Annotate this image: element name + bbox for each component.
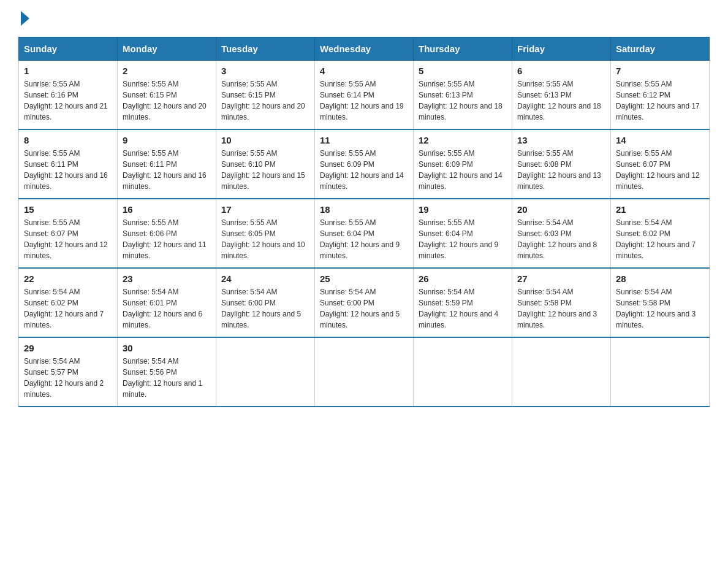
weekday-header-friday: Friday — [512, 37, 611, 61]
day-info: Sunrise: 5:55 AMSunset: 6:13 PMDaylight:… — [419, 79, 507, 123]
logo — [18, 12, 29, 26]
day-info: Sunrise: 5:55 AMSunset: 6:09 PMDaylight:… — [419, 148, 507, 192]
day-info: Sunrise: 5:54 AMSunset: 6:00 PMDaylight:… — [320, 286, 408, 331]
calendar-cell: 12 Sunrise: 5:55 AMSunset: 6:09 PMDaylig… — [414, 129, 512, 199]
calendar-cell — [611, 337, 710, 407]
day-number: 19 — [419, 204, 507, 215]
logo-arrow-icon — [21, 11, 29, 26]
calendar-cell: 7 Sunrise: 5:55 AMSunset: 6:12 PMDayligh… — [611, 61, 710, 130]
day-info: Sunrise: 5:55 AMSunset: 6:14 PMDaylight:… — [320, 79, 408, 123]
day-info: Sunrise: 5:54 AMSunset: 5:56 PMDaylight:… — [123, 356, 211, 400]
calendar-cell: 5 Sunrise: 5:55 AMSunset: 6:13 PMDayligh… — [414, 61, 512, 130]
day-info: Sunrise: 5:54 AMSunset: 6:00 PMDaylight:… — [221, 286, 309, 331]
day-number: 22 — [24, 274, 112, 284]
day-number: 7 — [616, 66, 704, 76]
day-number: 16 — [123, 204, 211, 215]
day-info: Sunrise: 5:54 AMSunset: 5:57 PMDaylight:… — [24, 356, 112, 400]
week-row-1: 1 Sunrise: 5:55 AMSunset: 6:16 PMDayligh… — [19, 61, 710, 130]
calendar-cell: 11 Sunrise: 5:55 AMSunset: 6:09 PMDaylig… — [315, 129, 414, 199]
calendar-table: SundayMondayTuesdayWednesdayThursdayFrid… — [18, 37, 710, 407]
day-number: 18 — [320, 204, 408, 215]
week-row-4: 22 Sunrise: 5:54 AMSunset: 6:02 PMDaylig… — [19, 268, 710, 337]
weekday-header-monday: Monday — [118, 37, 216, 61]
day-number: 11 — [320, 135, 408, 145]
day-info: Sunrise: 5:54 AMSunset: 5:58 PMDaylight:… — [517, 286, 605, 331]
day-number: 28 — [616, 274, 704, 284]
calendar-cell: 2 Sunrise: 5:55 AMSunset: 6:15 PMDayligh… — [118, 61, 216, 130]
day-info: Sunrise: 5:55 AMSunset: 6:04 PMDaylight:… — [419, 217, 507, 261]
day-number: 2 — [123, 66, 211, 76]
weekday-header-thursday: Thursday — [414, 37, 512, 61]
calendar-cell: 22 Sunrise: 5:54 AMSunset: 6:02 PMDaylig… — [19, 268, 118, 337]
day-number: 15 — [24, 204, 112, 215]
calendar-cell: 26 Sunrise: 5:54 AMSunset: 5:59 PMDaylig… — [414, 268, 512, 337]
day-number: 12 — [419, 135, 507, 145]
calendar-cell: 8 Sunrise: 5:55 AMSunset: 6:11 PMDayligh… — [19, 129, 118, 199]
day-info: Sunrise: 5:54 AMSunset: 6:02 PMDaylight:… — [616, 217, 704, 261]
day-info: Sunrise: 5:55 AMSunset: 6:12 PMDaylight:… — [616, 79, 704, 123]
calendar-cell — [216, 337, 315, 407]
day-info: Sunrise: 5:55 AMSunset: 6:11 PMDaylight:… — [24, 148, 112, 192]
calendar-cell: 25 Sunrise: 5:54 AMSunset: 6:00 PMDaylig… — [315, 268, 414, 337]
day-info: Sunrise: 5:54 AMSunset: 6:03 PMDaylight:… — [517, 217, 605, 261]
calendar-cell: 18 Sunrise: 5:55 AMSunset: 6:04 PMDaylig… — [315, 199, 414, 268]
day-info: Sunrise: 5:54 AMSunset: 5:58 PMDaylight:… — [616, 286, 704, 331]
day-info: Sunrise: 5:55 AMSunset: 6:06 PMDaylight:… — [123, 217, 211, 261]
calendar-cell — [512, 337, 611, 407]
calendar-cell: 13 Sunrise: 5:55 AMSunset: 6:08 PMDaylig… — [512, 129, 611, 199]
day-info: Sunrise: 5:55 AMSunset: 6:07 PMDaylight:… — [616, 148, 704, 192]
day-number: 5 — [419, 66, 507, 76]
week-row-5: 29 Sunrise: 5:54 AMSunset: 5:57 PMDaylig… — [19, 337, 710, 407]
day-info: Sunrise: 5:54 AMSunset: 5:59 PMDaylight:… — [419, 286, 507, 331]
calendar-cell: 21 Sunrise: 5:54 AMSunset: 6:02 PMDaylig… — [611, 199, 710, 268]
day-number: 20 — [517, 204, 605, 215]
calendar-cell: 1 Sunrise: 5:55 AMSunset: 6:16 PMDayligh… — [19, 61, 118, 130]
page-header — [18, 12, 710, 26]
day-number: 14 — [616, 135, 704, 145]
day-info: Sunrise: 5:55 AMSunset: 6:13 PMDaylight:… — [517, 79, 605, 123]
calendar-cell: 29 Sunrise: 5:54 AMSunset: 5:57 PMDaylig… — [19, 337, 118, 407]
day-info: Sunrise: 5:55 AMSunset: 6:05 PMDaylight:… — [221, 217, 309, 261]
weekday-header-wednesday: Wednesday — [315, 37, 414, 61]
day-number: 9 — [123, 135, 211, 145]
day-number: 8 — [24, 135, 112, 145]
weekday-header-row: SundayMondayTuesdayWednesdayThursdayFrid… — [19, 37, 710, 61]
day-number: 29 — [24, 343, 112, 353]
day-info: Sunrise: 5:54 AMSunset: 6:02 PMDaylight:… — [24, 286, 112, 331]
day-number: 3 — [221, 66, 309, 76]
day-info: Sunrise: 5:55 AMSunset: 6:16 PMDaylight:… — [24, 79, 112, 123]
calendar-cell: 3 Sunrise: 5:55 AMSunset: 6:15 PMDayligh… — [216, 61, 315, 130]
day-info: Sunrise: 5:55 AMSunset: 6:08 PMDaylight:… — [517, 148, 605, 192]
week-row-2: 8 Sunrise: 5:55 AMSunset: 6:11 PMDayligh… — [19, 129, 710, 199]
weekday-header-sunday: Sunday — [19, 37, 118, 61]
calendar-cell — [315, 337, 414, 407]
calendar-cell: 23 Sunrise: 5:54 AMSunset: 6:01 PMDaylig… — [118, 268, 216, 337]
weekday-header-tuesday: Tuesday — [216, 37, 315, 61]
day-number: 24 — [221, 274, 309, 284]
day-info: Sunrise: 5:55 AMSunset: 6:10 PMDaylight:… — [221, 148, 309, 192]
calendar-cell: 4 Sunrise: 5:55 AMSunset: 6:14 PMDayligh… — [315, 61, 414, 130]
day-number: 4 — [320, 66, 408, 76]
day-number: 13 — [517, 135, 605, 145]
day-number: 10 — [221, 135, 309, 145]
day-number: 6 — [517, 66, 605, 76]
day-number: 17 — [221, 204, 309, 215]
weekday-header-saturday: Saturday — [611, 37, 710, 61]
calendar-cell: 9 Sunrise: 5:55 AMSunset: 6:11 PMDayligh… — [118, 129, 216, 199]
day-number: 25 — [320, 274, 408, 284]
day-number: 1 — [24, 66, 112, 76]
calendar-cell: 17 Sunrise: 5:55 AMSunset: 6:05 PMDaylig… — [216, 199, 315, 268]
calendar-cell: 24 Sunrise: 5:54 AMSunset: 6:00 PMDaylig… — [216, 268, 315, 337]
day-info: Sunrise: 5:55 AMSunset: 6:04 PMDaylight:… — [320, 217, 408, 261]
day-info: Sunrise: 5:55 AMSunset: 6:15 PMDaylight:… — [221, 79, 309, 123]
week-row-3: 15 Sunrise: 5:55 AMSunset: 6:07 PMDaylig… — [19, 199, 710, 268]
calendar-cell: 14 Sunrise: 5:55 AMSunset: 6:07 PMDaylig… — [611, 129, 710, 199]
calendar-cell: 6 Sunrise: 5:55 AMSunset: 6:13 PMDayligh… — [512, 61, 611, 130]
calendar-cell: 27 Sunrise: 5:54 AMSunset: 5:58 PMDaylig… — [512, 268, 611, 337]
day-number: 23 — [123, 274, 211, 284]
day-number: 21 — [616, 204, 704, 215]
day-number: 27 — [517, 274, 605, 284]
day-info: Sunrise: 5:54 AMSunset: 6:01 PMDaylight:… — [123, 286, 211, 331]
calendar-cell: 16 Sunrise: 5:55 AMSunset: 6:06 PMDaylig… — [118, 199, 216, 268]
calendar-cell: 30 Sunrise: 5:54 AMSunset: 5:56 PMDaylig… — [118, 337, 216, 407]
